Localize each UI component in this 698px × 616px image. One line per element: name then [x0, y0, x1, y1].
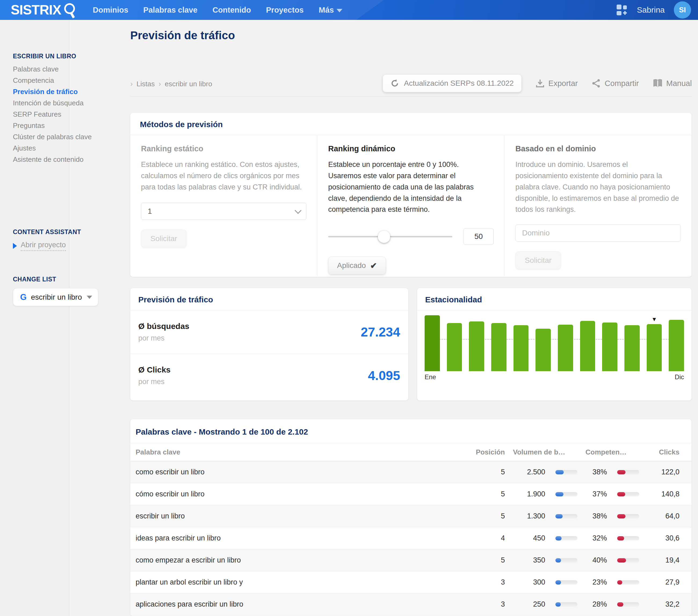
menu-item[interactable]: Dominios — [93, 6, 128, 14]
static-request-button[interactable]: Solicitar — [141, 230, 187, 247]
sidebar-item[interactable]: Competencia — [13, 75, 92, 86]
dynamic-ranking-description: Establece un porcentaje entre 0 y 100%. … — [328, 159, 494, 215]
sidebar-item[interactable]: Palabras clave — [13, 64, 92, 75]
forecast-stat-row: Ø Clicks por mes 4.095 — [130, 354, 408, 397]
table-row[interactable]: plantar un arbol escribir un libro y 3 3… — [130, 571, 692, 593]
dynamic-slider-row: 50 — [328, 228, 494, 245]
competition-bar — [617, 536, 639, 540]
cell-clicks: 122,0 — [639, 468, 692, 476]
dynamic-ranking-title: Ranking dinámico — [328, 144, 494, 153]
axis-label-last-month: Dic — [675, 373, 684, 381]
col-header-volume[interactable]: Volumen de b… — [505, 448, 577, 456]
breadcrumb-list-name[interactable]: escribir un libro — [165, 80, 212, 88]
table-row[interactable]: cómo escribir un libro 5 1.900 37% 140,8 — [130, 483, 692, 505]
menu-item[interactable]: Contenido — [212, 6, 251, 14]
month-bar[interactable]: ▼ — [558, 325, 573, 371]
col-header-keyword[interactable]: Palabra clave — [130, 448, 475, 456]
logo-text: SISTRIX — [11, 3, 61, 17]
cell-competition: 38% — [577, 468, 607, 476]
menu-item[interactable]: Proyectos — [266, 6, 304, 14]
month-bar[interactable]: ▼ — [625, 325, 640, 371]
cell-keyword[interactable]: plantar un arbol escribir un libro y — [130, 578, 475, 586]
cell-position: 3 — [475, 600, 505, 608]
share-button[interactable]: Compartir — [592, 79, 639, 88]
menu-item[interactable]: Palabras clave — [143, 6, 198, 14]
apps-grid-icon[interactable] — [616, 4, 628, 16]
forecast-stat-row: Ø búsquedas por mes 27.234 — [130, 311, 408, 354]
manual-button[interactable]: Manual — [653, 79, 692, 88]
month-bar[interactable]: ▼ — [580, 321, 596, 371]
month-bar[interactable]: ▼ — [669, 320, 684, 371]
percent-slider[interactable] — [328, 228, 452, 245]
competition-bar — [617, 514, 639, 518]
sidebar-item[interactable]: Ajustes — [13, 142, 92, 154]
sidebar-item[interactable]: Clúster de palabras clave — [13, 131, 92, 142]
month-bar[interactable]: ▼ — [647, 324, 662, 371]
table-row[interactable]: escribir un libro 5 1.300 38% 64,0 — [130, 505, 692, 527]
volume-bar — [555, 536, 577, 540]
competition-bar — [617, 580, 639, 585]
month-bar[interactable]: ▼ — [469, 321, 484, 371]
breadcrumb-listas[interactable]: Listas — [137, 80, 155, 88]
col-header-competition[interactable]: Competen… — [577, 448, 639, 456]
sidebar-item[interactable]: Asistente de contenido — [13, 154, 92, 165]
cell-position: 4 — [475, 534, 505, 542]
sistrix-logo[interactable]: SISTRIX — [11, 2, 77, 18]
cell-position: 5 — [475, 490, 505, 498]
open-project-link[interactable]: Abrir proyecto — [13, 241, 66, 251]
month-bar[interactable]: ▼ — [535, 329, 551, 371]
forecast-methods-card: Métodos de previsión Ranking estático Es… — [130, 113, 692, 277]
caret-down-icon — [87, 296, 92, 299]
col-header-position[interactable]: Posición — [475, 448, 505, 456]
menu-item[interactable]: Más — [319, 6, 343, 14]
avatar[interactable]: SI — [674, 1, 691, 18]
sidebar-item[interactable]: SERP Features — [13, 109, 92, 120]
sidebar-item[interactable]: Preguntas — [13, 120, 92, 131]
page-title: Previsión de tráfico — [130, 29, 235, 42]
competition-bar — [617, 558, 639, 562]
cell-keyword[interactable]: escribir un libro — [130, 512, 475, 520]
cell-keyword[interactable]: ideas para escribir un libro — [130, 534, 475, 542]
chart-axis-labels: Ene Dic — [424, 373, 684, 381]
export-button[interactable]: Exportar — [535, 79, 578, 88]
static-rank-select[interactable]: 1 — [141, 203, 306, 220]
serp-update-button[interactable]: Actualización SERPs 08.11.2022 — [383, 74, 521, 92]
table-row[interactable]: como escribir un libro 5 2.500 38% 122,0 — [130, 461, 692, 483]
sidebar-section-list-title: ESCRIBIR UN LIBRO — [13, 53, 76, 60]
user-name[interactable]: Sabrina — [637, 5, 665, 14]
cell-keyword[interactable]: cómo escribir un libro — [130, 490, 475, 498]
percent-input[interactable]: 50 — [463, 228, 494, 245]
month-bar[interactable]: ▼ — [447, 323, 462, 371]
keywords-table-title: Palabras clave - Mostrando 1 de 100 de 2… — [130, 419, 692, 443]
table-row[interactable]: aplicaciones para escribir un libro 3 25… — [130, 593, 692, 615]
table-row[interactable]: ideas para escribir un libro 4 450 32% 3… — [130, 527, 692, 549]
competition-bar — [617, 470, 639, 474]
col-header-clicks[interactable]: Clicks — [639, 448, 692, 456]
table-row[interactable]: como empezar a escribir un libro 5 350 4… — [130, 549, 692, 571]
volume-bar — [555, 558, 577, 562]
seasonality-card-title: Estacionalidad — [417, 288, 692, 311]
sidebar-item[interactable]: Intención de búsqueda — [13, 97, 92, 109]
domain-input[interactable] — [515, 224, 681, 242]
change-list-dropdown[interactable]: G escribir un libro — [13, 288, 98, 306]
cell-keyword[interactable]: como empezar a escribir un libro — [130, 556, 475, 564]
cell-keyword[interactable]: como escribir un libro — [130, 468, 475, 476]
sidebar-nav-list: Palabras claveCompetenciaPrevisión de tr… — [13, 64, 92, 165]
navbar-right: Sabrina SI — [616, 1, 691, 18]
magnifier-icon — [63, 3, 77, 18]
cell-keyword[interactable]: aplicaciones para escribir un libro — [130, 600, 475, 608]
top-navbar: SISTRIX Dominios Palabras clave Contenid… — [0, 0, 698, 20]
month-bar[interactable]: ▼ — [514, 325, 529, 371]
month-bar[interactable]: ▼ — [424, 315, 440, 371]
slider-track — [328, 236, 452, 237]
month-bar[interactable]: ▼ — [491, 323, 506, 371]
stat-label: Ø búsquedas — [138, 322, 189, 331]
applied-button[interactable]: Aplicado ✔ — [328, 257, 386, 274]
methods-columns: Ranking estático Establece un ranking es… — [130, 135, 692, 276]
sidebar-item[interactable]: Previsión de tráfico — [13, 86, 92, 97]
cell-volume: 450 — [505, 534, 545, 542]
slider-thumb[interactable] — [378, 231, 390, 243]
domain-request-button[interactable]: Solicitar — [515, 251, 561, 269]
triangle-right-icon — [13, 243, 17, 249]
month-bar[interactable]: ▼ — [602, 323, 617, 371]
